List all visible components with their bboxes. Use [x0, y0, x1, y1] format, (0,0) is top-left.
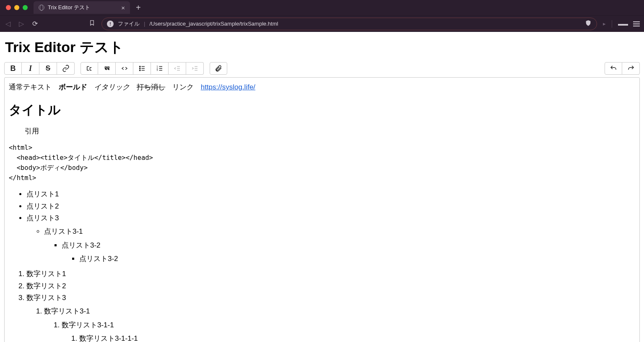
heading-icon: [86, 65, 93, 72]
quote-button[interactable]: [98, 62, 116, 75]
text-style-group: B I S: [4, 62, 75, 75]
svg-point-0: [139, 66, 140, 67]
reload-button[interactable]: ⟳: [31, 20, 39, 28]
svg-point-1: [139, 68, 140, 69]
outdent-button[interactable]: [169, 62, 186, 75]
list-item: 点リスト3-2 点リスト3-2: [62, 240, 635, 265]
window-controls: [3, 5, 30, 10]
code-button[interactable]: [116, 62, 133, 75]
list-item: 点リスト2: [26, 201, 635, 212]
trix-toolbar: B I S 123: [4, 61, 640, 77]
strike-button[interactable]: S: [39, 62, 57, 75]
undo-button[interactable]: [605, 62, 622, 75]
tab-title: Trix Editor テスト: [48, 4, 90, 11]
sample-link[interactable]: https://syslog.life/: [201, 83, 255, 91]
paperclip-icon: [215, 65, 222, 72]
number-list: 数字リスト1 数字リスト2 数字リスト3 数字リスト3-1 数字リスト3-1-1…: [9, 269, 635, 342]
browser-tab[interactable]: Trix Editor テスト ×: [34, 1, 130, 14]
text-bold: ボールド: [59, 83, 87, 91]
page-title: Trix Editor テスト: [5, 38, 640, 57]
text-normal: 通常テキスト: [9, 83, 52, 91]
quote-icon: [103, 65, 111, 72]
list-item: 点リスト1: [26, 189, 635, 200]
redo-button[interactable]: [622, 62, 640, 75]
tab-close-button[interactable]: ×: [121, 4, 125, 11]
block-style-group: 123: [80, 62, 204, 75]
browser-chrome: Trix Editor テスト × + ◁ ▷ ⟳ ! ファイル | /User…: [0, 0, 644, 32]
svg-point-2: [139, 70, 140, 70]
window-maximize-button[interactable]: [23, 5, 28, 10]
address-path: /Users/practice_javascript/trixSample/tr…: [149, 21, 278, 27]
text-italic: イタリック: [94, 83, 130, 91]
forward-button[interactable]: ▷: [18, 20, 25, 28]
text-strike: 打ち消し: [137, 83, 165, 91]
link-icon: [62, 65, 70, 72]
bookmark-button[interactable]: [88, 20, 96, 28]
address-scheme-label: ファイル: [118, 20, 140, 28]
back-button[interactable]: ◁: [4, 20, 12, 28]
attach-group: [210, 62, 227, 75]
site-info-icon[interactable]: !: [107, 21, 114, 27]
list-item: 数字リスト3-1-1-1: [79, 333, 635, 342]
code-icon: [121, 65, 128, 72]
content-quote: 引用: [25, 126, 635, 137]
bullet-list: 点リスト1 点リスト2 点リスト3 点リスト3-1 点リスト3-2 点リスト3-…: [9, 189, 635, 264]
address-separator: |: [144, 21, 145, 27]
indent-icon: [191, 65, 199, 72]
heading-button[interactable]: [80, 62, 98, 75]
list-item: 数字リスト1: [26, 269, 635, 279]
indent-button[interactable]: [186, 62, 204, 75]
window-close-button[interactable]: [6, 5, 11, 10]
list-item: 点リスト3 点リスト3-1 点リスト3-2 点リスト3-2: [26, 213, 635, 264]
italic-button[interactable]: I: [22, 62, 39, 75]
extensions-icon[interactable]: ▸: [603, 21, 606, 27]
number-list-icon: 123: [156, 65, 164, 72]
bullet-list-icon: [138, 65, 146, 72]
inline-sample-row: 通常テキスト ボールド イタリック 打ち消し リンク https://syslo…: [9, 82, 635, 93]
content-heading: タイトル: [9, 100, 635, 120]
brave-shields-icon[interactable]: [585, 20, 592, 28]
bold-button[interactable]: B: [4, 62, 22, 75]
list-item: 点リスト3-1 点リスト3-2 点リスト3-2: [44, 226, 635, 264]
bullet-list-button[interactable]: [133, 62, 151, 75]
number-list-button[interactable]: 123: [151, 62, 169, 75]
address-bar[interactable]: ! ファイル | /Users/practice_javascript/trix…: [101, 18, 597, 30]
attach-button[interactable]: [210, 62, 227, 75]
globe-icon: [39, 5, 44, 10]
reader-icon[interactable]: ▬▬: [618, 21, 627, 27]
browser-right-controls: ▸ ▬▬: [603, 20, 640, 28]
trix-editor[interactable]: 通常テキスト ボールド イタリック 打ち消し リンク https://syslo…: [4, 77, 640, 342]
svg-text:3: 3: [156, 69, 158, 71]
separator: [612, 20, 612, 28]
redo-icon: [627, 65, 635, 72]
link-button[interactable]: [57, 62, 75, 75]
menu-button[interactable]: [633, 21, 640, 26]
list-item: 数字リスト3 数字リスト3-1 数字リスト3-1-1 数字リスト3-1-1-1: [26, 292, 635, 342]
window-minimize-button[interactable]: [14, 5, 19, 10]
undo-icon: [610, 65, 617, 72]
list-item: 数字リスト3-1-1 数字リスト3-1-1-1: [62, 320, 635, 342]
list-item: 数字リスト2: [26, 281, 635, 292]
new-tab-button[interactable]: +: [133, 3, 143, 12]
tab-strip: Trix Editor テスト × +: [0, 0, 644, 15]
link-label: リンク: [172, 83, 194, 91]
content-code: <html> <head><title>タイトル</title></head> …: [9, 143, 635, 183]
page-body: Trix Editor テスト B I S 123: [0, 32, 644, 342]
list-item: 点リスト3-2: [79, 253, 635, 264]
browser-toolbar: ◁ ▷ ⟳ ! ファイル | /Users/practice_javascrip…: [0, 15, 644, 32]
outdent-icon: [174, 65, 181, 72]
list-item: 数字リスト3-1 数字リスト3-1-1 数字リスト3-1-1-1: [44, 306, 635, 342]
history-group: [605, 62, 640, 75]
